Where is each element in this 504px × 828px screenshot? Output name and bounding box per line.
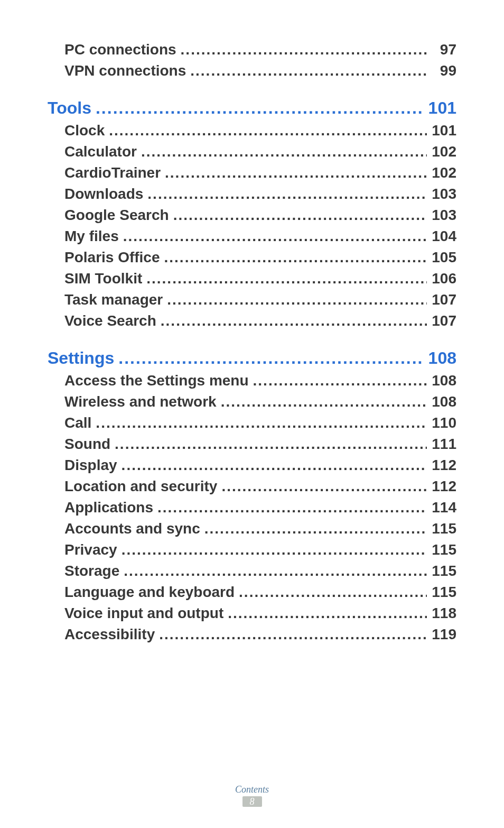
toc-section-link[interactable]: Settings108 [48, 348, 456, 368]
toc-entry-label: Accounts and sync [64, 520, 200, 537]
toc-subsection-link[interactable]: Storage115 [48, 563, 456, 579]
toc-entry-label: Sound [64, 436, 110, 453]
toc-leader-dots [173, 207, 427, 224]
footer-page-number: 8 [242, 796, 262, 807]
toc-entry-label: Display [64, 457, 117, 474]
toc-subsection-link[interactable]: Accessibility119 [48, 626, 456, 643]
toc-subsection-link[interactable]: Display112 [48, 457, 456, 474]
toc-entry-label: Applications [64, 499, 153, 516]
toc-subsection-link[interactable]: Sound111 [48, 436, 456, 453]
toc-subsection-link[interactable]: Language and keyboard115 [48, 584, 456, 601]
toc-subsection-link[interactable]: Google Search103 [48, 207, 456, 224]
toc-subsection-link[interactable]: Applications114 [48, 499, 456, 516]
toc-entry-page: 97 [431, 41, 456, 58]
toc-subsection-link[interactable]: SIM Toolkit106 [48, 270, 456, 287]
toc-entry-page: 110 [431, 415, 456, 431]
toc-subsection-link[interactable]: Downloads103 [48, 186, 456, 203]
toc-entry-page: 114 [431, 499, 456, 516]
toc-leader-dots [96, 415, 427, 431]
toc-entry-page: 99 [431, 62, 456, 79]
toc-entry-page: 118 [431, 605, 456, 622]
toc-leader-dots [122, 541, 427, 558]
toc-entry-label: Task manager [64, 291, 163, 308]
toc-subsection-link[interactable]: Access the Settings menu108 [48, 372, 456, 389]
toc-entry-page: 106 [431, 270, 456, 287]
toc-entry-page: 107 [431, 312, 456, 329]
toc-subsection-link[interactable]: Polaris Office105 [48, 249, 456, 266]
toc-entry-label: Language and keyboard [64, 584, 235, 601]
toc-leader-dots [122, 457, 427, 474]
toc-entry-label: Location and security [64, 478, 217, 495]
toc-entry-label: Settings [48, 348, 114, 368]
toc-entry-label: Call [64, 415, 91, 431]
toc-entry-label: Clock [64, 122, 105, 139]
toc-entry-page: 115 [431, 520, 456, 537]
toc-entry-page: 101 [431, 122, 456, 139]
toc-entry-label: Privacy [64, 541, 117, 558]
toc-entry-label: Tools [48, 98, 91, 118]
toc-subsection-link[interactable]: Call110 [48, 415, 456, 431]
toc-subsection-link[interactable]: PC connections97 [48, 41, 456, 58]
toc-leader-dots [118, 348, 424, 368]
toc-leader-dots [190, 62, 427, 79]
toc-subsection-link[interactable]: Voice Search107 [48, 312, 456, 329]
toc-leader-dots [124, 563, 427, 579]
toc-subsection-link[interactable]: VPN connections99 [48, 62, 456, 79]
toc-entry-page: 102 [431, 143, 456, 160]
toc-leader-dots [157, 499, 427, 516]
toc-entry-label: Calculator [64, 143, 137, 160]
toc-leader-dots [221, 393, 427, 410]
toc-subsection-link[interactable]: Accounts and sync115 [48, 520, 456, 537]
toc-leader-dots [109, 122, 427, 139]
toc-subsection-link[interactable]: My files104 [48, 228, 456, 245]
toc-entry-page: 108 [431, 372, 456, 389]
toc-section-link[interactable]: Tools101 [48, 98, 456, 118]
toc-entry-page: 119 [431, 626, 456, 643]
toc-subsection-link[interactable]: Privacy115 [48, 541, 456, 558]
toc-entry-page: 107 [431, 291, 456, 308]
toc-subsection-link[interactable]: Calculator102 [48, 143, 456, 160]
toc-subsection-link[interactable]: Task manager107 [48, 291, 456, 308]
toc-entry-page: 104 [431, 228, 456, 245]
toc-subsection-link[interactable]: Clock101 [48, 122, 456, 139]
toc-entry-page: 108 [428, 348, 456, 368]
toc-leader-dots [164, 249, 427, 266]
toc-entry-page: 108 [431, 393, 456, 410]
toc-entry-label: Google Search [64, 207, 169, 224]
toc-entry-label: Access the Settings menu [64, 372, 249, 389]
toc-entry-label: Downloads [64, 186, 143, 203]
toc-leader-dots [167, 291, 427, 308]
toc-entry-label: My files [64, 228, 119, 245]
toc-entry-page: 103 [431, 207, 456, 224]
toc-leader-dots [96, 98, 424, 118]
toc-entry-page: 112 [431, 457, 456, 474]
toc-entry-label: Polaris Office [64, 249, 160, 266]
toc-entry-label: Wireless and network [64, 393, 217, 410]
toc-entry-label: Voice Search [64, 312, 156, 329]
toc-entry-label: CardioTrainer [64, 164, 161, 181]
toc-leader-dots [253, 372, 427, 389]
toc-entry-page: 112 [431, 478, 456, 495]
toc-leader-dots [161, 312, 427, 329]
toc-entry-page: 111 [431, 436, 456, 453]
toc-entry-page: 103 [431, 186, 456, 203]
toc-entry-page: 115 [431, 563, 456, 579]
toc-leader-dots [141, 143, 427, 160]
toc-leader-dots [239, 584, 427, 601]
toc-subsection-link[interactable]: CardioTrainer102 [48, 164, 456, 181]
footer: Contents 8 [0, 784, 504, 807]
toc-subsection-link[interactable]: Wireless and network108 [48, 393, 456, 410]
toc-leader-dots [165, 164, 427, 181]
toc-subsection-link[interactable]: Location and security112 [48, 478, 456, 495]
toc-leader-dots [181, 41, 427, 58]
toc-leader-dots [147, 186, 427, 203]
toc-entry-page: 115 [431, 584, 456, 601]
toc-entry-label: PC connections [64, 41, 176, 58]
toc-entry-page: 102 [431, 164, 456, 181]
toc-leader-dots [228, 605, 427, 622]
toc-entry-page: 115 [431, 541, 456, 558]
toc-subsection-link[interactable]: Voice input and output118 [48, 605, 456, 622]
table-of-contents: PC connections97VPN connections99Tools10… [48, 41, 456, 643]
toc-entry-label: Accessibility [64, 626, 155, 643]
toc-entry-label: SIM Toolkit [64, 270, 142, 287]
